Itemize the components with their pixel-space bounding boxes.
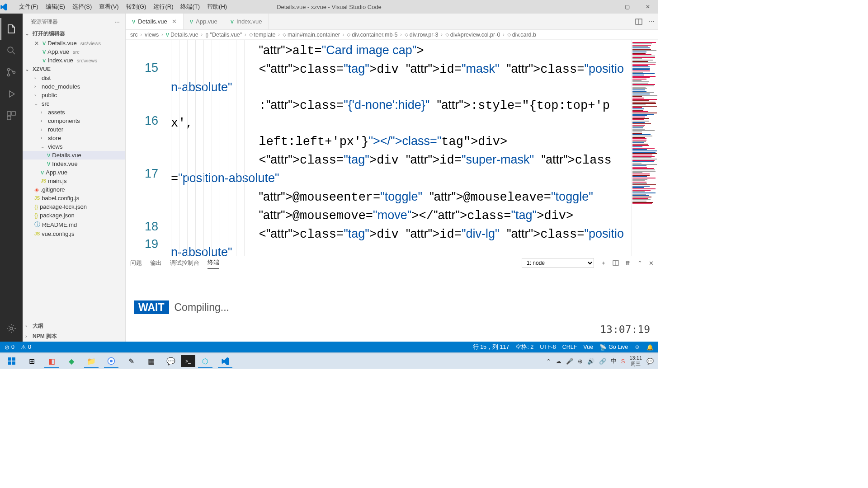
status-bell-icon[interactable]: 🔔 xyxy=(646,344,654,351)
code-content[interactable]: "attr">alt="Card image cap"> <"attr">cla… xyxy=(171,40,658,256)
tree-item-Details-vue[interactable]: VDetails.vue xyxy=(23,151,125,160)
close-button[interactable]: ✕ xyxy=(637,0,658,14)
tree-item-router[interactable]: ›router xyxy=(23,125,125,134)
open-editor-item[interactable]: V App.vue src xyxy=(23,47,125,56)
taskbar-terminal[interactable]: >_ xyxy=(181,355,195,367)
crumb[interactable]: ◇div.row.pr-3 xyxy=(405,32,439,38)
tray-chevron-icon[interactable]: ⌃ xyxy=(546,358,551,365)
tree-item-babel-config-js[interactable]: JSbabel.config.js xyxy=(23,194,125,202)
tree-item-node_modules[interactable]: ›node_modules xyxy=(23,82,125,91)
menu-terminal[interactable]: 终端(T) xyxy=(177,1,203,13)
tree-item-components[interactable]: ›components xyxy=(23,117,125,125)
close-panel-icon[interactable]: ✕ xyxy=(649,260,654,267)
status-golive[interactable]: 📡 Go Live xyxy=(599,344,628,351)
close-icon[interactable]: ✕ xyxy=(34,40,41,47)
tray-icon[interactable]: ⊕ xyxy=(578,358,583,365)
source-control-icon[interactable] xyxy=(0,61,22,83)
start-button[interactable] xyxy=(2,354,22,368)
status-spaces[interactable]: 空格: 2 xyxy=(515,343,533,351)
taskbar-app[interactable]: ⬡ xyxy=(195,354,215,368)
crumb[interactable]: VDetails.vue xyxy=(166,32,198,38)
tree-item-README-md[interactable]: ⓘREADME.md xyxy=(23,220,125,230)
tree-item-store[interactable]: ›store xyxy=(23,134,125,142)
tray-icon[interactable]: ☁ xyxy=(556,358,561,365)
status-feedback-icon[interactable]: ☺ xyxy=(634,344,640,350)
maximize-button[interactable]: ▢ xyxy=(617,0,637,14)
tree-item-package-lock-json[interactable]: {}package-lock.json xyxy=(23,202,125,211)
tab-details[interactable]: V Details.vue ✕ xyxy=(126,14,184,29)
taskview-icon[interactable]: ⊞ xyxy=(22,354,42,368)
tree-item-src[interactable]: ⌄src xyxy=(23,99,125,108)
status-encoding[interactable]: UTF-8 xyxy=(540,344,556,350)
tree-item--gitignore[interactable]: ◈.gitignore xyxy=(23,185,125,194)
editor-body[interactable]: 15 16 17 18 19 "attr">alt="Card image ca… xyxy=(126,40,658,256)
taskbar-app[interactable]: ◆ xyxy=(61,354,81,368)
taskbar-app[interactable]: ✎ xyxy=(121,354,141,368)
crumb[interactable]: ◇div.card.b xyxy=(507,32,536,38)
menu-select[interactable]: 选择(S) xyxy=(69,1,95,13)
crumb[interactable]: {}"Details.vue" xyxy=(205,32,242,38)
extensions-icon[interactable] xyxy=(0,105,22,127)
project-section[interactable]: ⌄ XZVUE xyxy=(23,65,125,74)
status-errors[interactable]: ⊘ 0 xyxy=(5,344,14,351)
tree-item-Index-vue[interactable]: VIndex.vue xyxy=(23,160,125,168)
status-eol[interactable]: CRLF xyxy=(562,344,577,350)
taskbar-wechat[interactable]: 💬 xyxy=(161,354,181,368)
taskbar-chrome[interactable] xyxy=(101,354,121,368)
taskbar-clock[interactable]: 13:11 周三 xyxy=(629,355,642,367)
minimize-button[interactable]: ─ xyxy=(596,0,617,14)
split-editor-icon[interactable] xyxy=(635,18,642,25)
tray-icon[interactable]: S xyxy=(621,358,625,365)
tree-item-package-json[interactable]: {}package.json xyxy=(23,211,125,220)
crumb[interactable]: ◇div#preview.col.pr-0 xyxy=(445,32,500,38)
tree-item-assets[interactable]: ›assets xyxy=(23,108,125,117)
taskbar-explorer[interactable]: 📁 xyxy=(81,354,101,368)
tray-icon[interactable]: 中 xyxy=(611,357,617,365)
menu-view[interactable]: 查看(V) xyxy=(95,1,122,13)
status-cursor[interactable]: 行 15，列 117 xyxy=(473,343,509,351)
menu-file[interactable]: 文件(F) xyxy=(15,1,42,13)
close-icon[interactable]: ✕ xyxy=(172,18,177,25)
tree-item-public[interactable]: ›public xyxy=(23,91,125,99)
new-terminal-icon[interactable]: ＋ xyxy=(600,259,606,267)
menu-run[interactable]: 运行(R) xyxy=(150,1,177,13)
status-language[interactable]: Vue xyxy=(583,344,593,350)
panel-tab-terminal[interactable]: 终端 xyxy=(208,257,219,269)
tree-item-views[interactable]: ⌄views xyxy=(23,142,125,151)
panel-tab-debug[interactable]: 调试控制台 xyxy=(170,258,199,269)
maximize-panel-icon[interactable]: ⌃ xyxy=(637,260,642,267)
outline-section[interactable]: › 大纲 xyxy=(23,321,125,331)
open-editors-section[interactable]: ⌄ 打开的编辑器 xyxy=(23,28,125,39)
crumb[interactable]: views xyxy=(145,32,159,38)
crumb[interactable]: ◇div.container.mb-5 xyxy=(347,32,397,38)
split-terminal-icon[interactable] xyxy=(613,260,619,266)
open-editor-item[interactable]: ✕ V Details.vue src\views xyxy=(23,39,125,47)
taskbar-app[interactable]: ◧ xyxy=(42,354,61,368)
tree-item-dist[interactable]: ›dist xyxy=(23,74,125,82)
crumb[interactable]: ◇template xyxy=(249,32,276,38)
tray-mic-icon[interactable]: 🎤 xyxy=(566,358,573,365)
crumb[interactable]: src xyxy=(130,32,138,38)
panel-tab-output[interactable]: 输出 xyxy=(150,258,162,269)
taskbar-app[interactable]: ▦ xyxy=(141,354,161,368)
breadcrumb[interactable]: src› views› VDetails.vue› {}"Details.vue… xyxy=(126,30,658,40)
explorer-icon[interactable] xyxy=(0,18,22,40)
tray-volume-icon[interactable]: 🔊 xyxy=(587,358,594,365)
terminal-select[interactable]: 1: node xyxy=(522,258,594,268)
tree-item-main-js[interactable]: JSmain.js xyxy=(23,177,125,185)
tab-index[interactable]: V Index.vue xyxy=(224,14,269,29)
taskbar-vscode[interactable] xyxy=(215,354,235,368)
sidebar-more-icon[interactable]: ⋯ xyxy=(114,19,120,25)
more-icon[interactable]: ⋯ xyxy=(649,18,655,25)
debug-icon[interactable] xyxy=(0,83,22,105)
tree-item-App-vue[interactable]: VApp.vue xyxy=(23,168,125,177)
minimap[interactable] xyxy=(631,40,658,256)
menu-help[interactable]: 帮助(H) xyxy=(203,1,231,13)
menu-goto[interactable]: 转到(G) xyxy=(123,1,150,13)
search-icon[interactable] xyxy=(0,40,22,61)
tray-icon[interactable]: 🔗 xyxy=(599,358,606,365)
panel-tab-problems[interactable]: 问题 xyxy=(130,258,142,269)
terminal-body[interactable]: WAITCompiling... 13:07:19 xyxy=(126,270,658,342)
crumb[interactable]: ◇main#main.container xyxy=(283,32,340,38)
open-editor-item[interactable]: V Index.vue src\views xyxy=(23,56,125,65)
